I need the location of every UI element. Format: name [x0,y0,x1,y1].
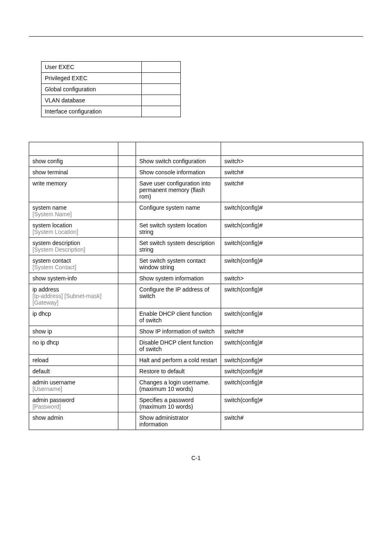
table-row: system description[System Description]Se… [29,238,363,255]
column-header [221,142,363,156]
command-cell: show admin [29,412,118,430]
command-text: system contact [32,257,71,264]
level-cell [118,178,136,202]
level-cell [118,220,136,238]
table-row: system location[System Location]Set swit… [29,220,363,238]
level-cell [118,238,136,255]
table-row: admin username[Username]Changes a login … [29,377,363,395]
description-cell: Enable DHCP client function of switch [136,308,221,326]
command-param: [System Location] [32,229,78,235]
level-cell [118,366,136,377]
table-row: User EXEC [42,62,181,73]
divider [29,36,363,37]
level-cell [118,273,136,284]
command-cell: show terminal [29,167,118,178]
command-param: [System Contact] [32,264,76,271]
table-row: no ip dhcpDisable DHCP client function o… [29,337,363,355]
command-cell: write memory [29,178,118,202]
level-cell [118,412,136,430]
defaults-cell: switch# [221,178,363,202]
description-cell: Show administrator information [136,412,221,430]
defaults-cell: switch(config)# [221,238,363,255]
description-cell: Changes a login username. (maximum 10 wo… [136,377,221,395]
mode-label: Interface configuration [42,106,142,117]
command-text: no ip dhcp [32,339,59,346]
table-row: show system-infoShow system informations… [29,273,363,284]
description-cell: Show console information [136,167,221,178]
command-cell: system location[System Location] [29,220,118,238]
description-cell: Set switch system location string [136,220,221,238]
command-cell: reload [29,355,118,366]
command-text: show admin [32,414,63,421]
table-row: defaultRestore to defaultswitch(config)# [29,366,363,377]
column-header [136,142,221,156]
level-cell [118,308,136,326]
defaults-cell: switch(config)# [221,255,363,273]
table-row: admin password[Password]Specifies a pass… [29,395,363,412]
command-cell: show system-info [29,273,118,284]
table-row: write memorySave user configuration into… [29,178,363,202]
command-text: ip dhcp [32,310,51,317]
description-cell: Restore to default [136,366,221,377]
table-row: show ipShow IP information of switchswit… [29,326,363,337]
command-text: show config [32,158,63,164]
level-cell [118,395,136,412]
modes-table: User EXECPrivileged EXECGlobal configura… [41,61,181,117]
level-cell [118,355,136,366]
page-content: User EXECPrivileged EXECGlobal configura… [0,0,392,478]
command-cell: default [29,366,118,377]
defaults-cell: switch(config)# [221,355,363,366]
table-row: reloadHalt and perform a cold restartswi… [29,355,363,366]
level-cell [118,202,136,220]
defaults-cell: switch# [221,326,363,337]
command-param: [Ip-address] [Subnet-mask] [Gateway] [32,293,101,306]
description-cell: Show switch configuration [136,156,221,167]
command-text: default [32,368,50,375]
mode-value [141,84,180,95]
mode-label: VLAN database [42,95,142,106]
defaults-cell: switch> [221,273,363,284]
command-text: show ip [32,328,52,335]
page-number: C-1 [29,455,363,461]
level-cell [118,284,136,308]
command-cell: show ip [29,326,118,337]
defaults-cell: switch(config)# [221,337,363,355]
defaults-cell: switch# [221,412,363,430]
table-row: Global configuration [42,84,181,95]
command-param: [System Description] [32,246,85,253]
defaults-cell: switch(config)# [221,395,363,412]
command-text: write memory [32,180,67,187]
level-cell [118,255,136,273]
table-row: Privileged EXEC [42,73,181,84]
mode-label: Privileged EXEC [42,73,142,84]
description-cell: Configure the IP address of switch [136,284,221,308]
command-text: show terminal [32,169,68,176]
command-text: ip address [32,286,59,293]
defaults-cell: switch(config)# [221,308,363,326]
description-cell: Save user configuration into permanent m… [136,178,221,202]
level-cell [118,377,136,395]
command-cell: system contact[System Contact] [29,255,118,273]
defaults-cell: switch(config)# [221,284,363,308]
description-cell: Show system information [136,273,221,284]
commands-table: show configShow switch configurationswit… [29,142,363,430]
mode-value [141,106,180,117]
table-row: show configShow switch configurationswit… [29,156,363,167]
command-text: admin password [32,397,74,403]
level-cell [118,156,136,167]
table-row: system name[System Name]Configure system… [29,202,363,220]
command-cell: system name[System Name] [29,202,118,220]
command-param: [Username] [32,386,62,392]
defaults-cell: switch(config)# [221,202,363,220]
command-param: [Password] [32,403,61,410]
description-cell: Set switch system description string [136,238,221,255]
mode-value [141,95,180,106]
column-header [118,142,136,156]
mode-label: User EXEC [42,62,142,73]
command-text: admin username [32,379,75,386]
command-cell: admin password[Password] [29,395,118,412]
command-cell: ip dhcp [29,308,118,326]
command-cell: show config [29,156,118,167]
description-cell: Set switch system contact window string [136,255,221,273]
command-cell: ip address[Ip-address] [Subnet-mask] [Ga… [29,284,118,308]
